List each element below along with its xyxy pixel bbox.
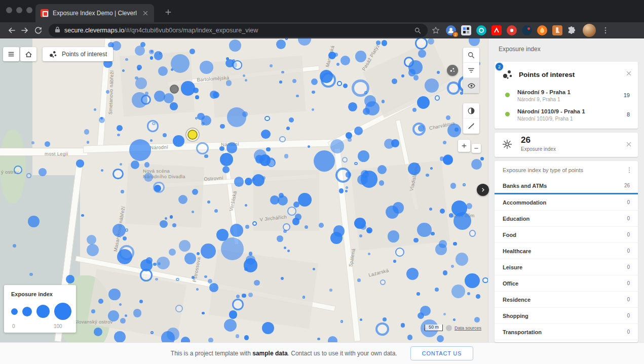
map-bubble[interactable] bbox=[393, 260, 396, 263]
map-bubble[interactable] bbox=[312, 91, 315, 94]
map-bubble[interactable] bbox=[342, 157, 348, 163]
map-bubble[interactable] bbox=[469, 38, 480, 46]
map-bubble[interactable] bbox=[123, 236, 127, 240]
map-bubble[interactable] bbox=[443, 154, 453, 165]
map-bubble[interactable] bbox=[437, 71, 440, 74]
breakdown-row[interactable]: Accommodation0 bbox=[495, 194, 638, 211]
map-bubble[interactable] bbox=[380, 279, 386, 285]
map-bubble[interactable] bbox=[176, 278, 179, 281]
map-bubble[interactable] bbox=[129, 139, 151, 161]
breakdown-row[interactable]: Shopping0 bbox=[495, 308, 638, 324]
map-bubble[interactable] bbox=[209, 283, 218, 292]
map-bubble[interactable] bbox=[164, 93, 173, 103]
map-bubble[interactable] bbox=[204, 275, 207, 278]
map-bubble[interactable] bbox=[359, 234, 362, 237]
map-bubble[interactable] bbox=[435, 95, 440, 100]
breakdown-row[interactable]: Office0 bbox=[495, 275, 638, 292]
map-bubble[interactable] bbox=[26, 173, 31, 178]
map-bubble[interactable] bbox=[361, 171, 378, 188]
map-bubble[interactable] bbox=[119, 303, 122, 306]
map-bubble[interactable] bbox=[170, 102, 178, 110]
map-bubble[interactable] bbox=[120, 318, 126, 323]
map-bubble[interactable] bbox=[466, 203, 472, 209]
map-bubble[interactable] bbox=[346, 186, 348, 189]
extensions-puzzle-icon[interactable] bbox=[567, 25, 578, 35]
map-bubble[interactable] bbox=[317, 338, 320, 341]
map-bubble[interactable] bbox=[451, 285, 465, 298]
kebab-menu-icon[interactable] bbox=[625, 166, 634, 175]
map-bubble[interactable] bbox=[150, 331, 154, 334]
map-bubble[interactable] bbox=[122, 69, 125, 72]
map-bubble[interactable] bbox=[449, 213, 453, 218]
map-bubble[interactable] bbox=[482, 277, 488, 284]
map-bubble[interactable] bbox=[213, 92, 219, 98]
map-bubble[interactable] bbox=[471, 159, 482, 170]
omnibox-search-icon[interactable] bbox=[414, 27, 422, 34]
map-bubble[interactable] bbox=[224, 319, 237, 332]
map-bubble[interactable] bbox=[451, 200, 467, 216]
map-bubble[interactable] bbox=[214, 209, 218, 213]
map-bubble[interactable] bbox=[262, 322, 274, 334]
map-bubble[interactable] bbox=[329, 289, 332, 292]
map-bubble[interactable] bbox=[117, 134, 120, 136]
map-bubble[interactable] bbox=[281, 71, 284, 74]
map-bubble[interactable] bbox=[383, 317, 387, 321]
map-bubble[interactable] bbox=[393, 202, 404, 213]
map-bubble[interactable] bbox=[208, 338, 213, 342]
map-bubble[interactable] bbox=[418, 50, 427, 58]
map-bubble[interactable] bbox=[407, 335, 412, 340]
map-bubble[interactable] bbox=[163, 133, 167, 137]
map-bubble[interactable] bbox=[66, 275, 74, 284]
map-bubble[interactable] bbox=[430, 167, 433, 170]
address-bar[interactable]: secure.clevermaps.io/#/qn4ctubi6vub0ors/… bbox=[49, 24, 428, 37]
map-bubble[interactable] bbox=[133, 309, 141, 317]
zoom-in-button[interactable] bbox=[458, 140, 470, 152]
map-bubble[interactable] bbox=[244, 335, 249, 340]
map-bubble[interactable] bbox=[382, 100, 385, 103]
map-bubble[interactable] bbox=[221, 237, 244, 261]
map-bubble[interactable] bbox=[227, 107, 247, 127]
map-bubble[interactable] bbox=[201, 244, 216, 259]
map-bubble[interactable] bbox=[98, 299, 103, 304]
map-bubble[interactable] bbox=[365, 101, 379, 115]
map-bubble[interactable] bbox=[354, 218, 365, 229]
map-bubble[interactable] bbox=[220, 124, 224, 129]
map-bubble[interactable] bbox=[276, 39, 286, 49]
map-bubble[interactable] bbox=[447, 124, 461, 137]
map-bubble[interactable] bbox=[170, 85, 179, 94]
browser-menu-kebab-icon[interactable] bbox=[601, 26, 610, 35]
map-bubble[interactable] bbox=[281, 277, 284, 280]
map-bubble[interactable] bbox=[358, 150, 369, 162]
map-bubble[interactable] bbox=[172, 223, 176, 227]
map-bubble[interactable] bbox=[165, 217, 167, 220]
breakdown-row[interactable]: Education0 bbox=[495, 211, 638, 227]
map-bubble[interactable] bbox=[456, 253, 469, 266]
map-bubble[interactable] bbox=[121, 190, 124, 193]
map-bubble[interactable] bbox=[144, 162, 150, 168]
map-bubble[interactable] bbox=[236, 295, 239, 298]
map-bubble[interactable] bbox=[388, 230, 400, 242]
map-bubble[interactable] bbox=[169, 249, 176, 256]
map-bubble[interactable] bbox=[467, 292, 471, 296]
map-bubble[interactable] bbox=[245, 79, 247, 82]
map-bubble[interactable] bbox=[277, 235, 283, 242]
map-bubble[interactable] bbox=[279, 136, 286, 143]
window-close-button[interactable] bbox=[6, 7, 12, 13]
map-bubble[interactable] bbox=[465, 273, 479, 288]
breakdown-row[interactable]: Banks and ATMs26 bbox=[495, 178, 638, 194]
map-bubble[interactable] bbox=[354, 127, 363, 135]
map-bubble[interactable] bbox=[368, 253, 370, 255]
map-bubble[interactable] bbox=[415, 38, 428, 50]
breakdown-row[interactable]: Healthcare0 bbox=[495, 243, 638, 259]
map-bubble[interactable] bbox=[195, 95, 199, 99]
map-bubble[interactable] bbox=[150, 139, 153, 142]
map-bubble[interactable] bbox=[352, 79, 369, 97]
map-bubble[interactable] bbox=[348, 138, 352, 142]
map-bubble[interactable] bbox=[157, 257, 170, 270]
map-bubble[interactable] bbox=[248, 293, 253, 297]
tab-close-icon[interactable] bbox=[142, 10, 149, 17]
map-bubble[interactable] bbox=[236, 334, 240, 338]
forward-icon[interactable] bbox=[18, 24, 31, 37]
map-bubble[interactable] bbox=[320, 70, 333, 83]
window-minimize-button[interactable] bbox=[16, 7, 22, 13]
